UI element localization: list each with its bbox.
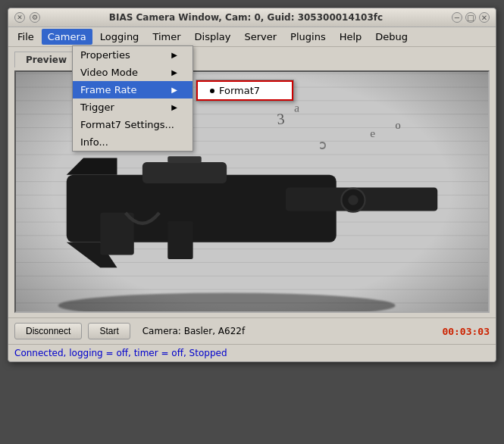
submenu-format7[interactable]: Format7 [196,80,293,101]
menu-timer[interactable]: Timer [146,29,186,45]
menu-logging[interactable]: Logging [94,29,146,45]
close-title-button[interactable]: ✕ [479,12,490,23]
selected-dot-icon [210,89,214,93]
maximize-button[interactable]: □ [465,12,476,23]
start-button[interactable]: Start [88,323,130,339]
menu-file[interactable]: File [11,29,40,45]
menu-camera[interactable]: Camera [42,29,92,45]
menu-plugins[interactable]: Plugins [284,29,332,45]
framerate-submenu: Format7 [196,80,294,102]
settings-icon[interactable]: ⚙ [30,12,40,23]
camera-info: Camera: Basler, A622f [142,326,245,336]
titlebar-left: ✕ ⚙ [14,12,40,23]
time-display: 00:03:03 [442,326,490,337]
close-button[interactable]: ✕ [14,12,25,23]
menu-info[interactable]: Info... [73,133,193,151]
menu-video-mode[interactable]: Video Mode ▶ [73,64,193,81]
titlebar: ✕ ⚙ BIAS Camera Window, Cam: 0, Guid: 30… [8,8,496,27]
menubar: File Camera Logging Timer Display Server… [8,27,496,47]
arrow-icon: ▶ [171,68,177,77]
menu-debug[interactable]: Debug [369,29,414,45]
tab-preview[interactable]: Preview [14,52,78,67]
arrow-icon: ▶ [171,51,177,59]
menu-format7-settings[interactable]: Format7 Settings... [73,116,193,133]
menu-trigger[interactable]: Trigger ▶ [73,98,193,116]
bottom-bar: Disconnect Start Camera: Basler, A622f 0… [8,317,496,344]
menu-help[interactable]: Help [333,29,368,45]
window-title: BIAS Camera Window, Cam: 0, Guid: 305300… [40,12,452,23]
menu-display[interactable]: Display [189,29,237,45]
minimize-button[interactable]: − [452,12,462,23]
arrow-icon: ▶ [171,103,177,111]
arrow-icon: ▶ [171,86,177,94]
titlebar-right: − □ ✕ [452,12,490,23]
menu-properties[interactable]: Properties ▶ [73,46,193,64]
status-text: Connected, logging = off, timer = off, S… [14,348,227,358]
menu-server[interactable]: Server [238,29,283,45]
menu-frame-rate[interactable]: Frame Rate ▶ [73,81,193,98]
main-window: ✕ ⚙ BIAS Camera Window, Cam: 0, Guid: 30… [8,8,496,362]
status-bar: Connected, logging = off, timer = off, S… [8,344,496,361]
camera-dropdown: Properties ▶ Video Mode ▶ Frame Rate ▶ T… [72,45,193,152]
disconnect-button[interactable]: Disconnect [14,323,82,339]
